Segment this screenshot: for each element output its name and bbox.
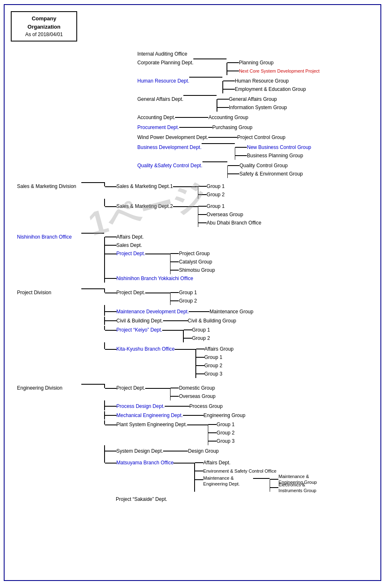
- vl-sm-space: [104, 199, 105, 202]
- procurement-dept-label: Procurement Dept.: [137, 123, 179, 132]
- hpk: [105, 330, 117, 331]
- employment-education-label: Employment & Education Group: [235, 85, 306, 93]
- hpkg1: [184, 329, 192, 330]
- engineering-division-section: Engineering Division Project Dept.: [17, 384, 374, 503]
- sm2-overseas-label: Overseas Group: [207, 210, 243, 219]
- vl-sm2g-top: [198, 206, 199, 210]
- hed4: [105, 451, 117, 451]
- maintenance-dev-label: Maintenance Development Dept.: [117, 307, 189, 316]
- sm-vconn2: [104, 202, 105, 206]
- engineering-division-label: Engineering Division: [17, 384, 81, 392]
- hkkg2: [196, 357, 205, 358]
- civil-hline: [163, 320, 188, 321]
- hed3: [105, 415, 117, 416]
- vl-sm2-top: [104, 202, 105, 206]
- sm-dept2-hline: [173, 206, 198, 207]
- pd-kk-block: Kita-Kyushu Branch Office Affairs Group: [104, 345, 253, 378]
- ed-spacer3: [104, 455, 328, 459]
- vl-edg-top: [170, 388, 171, 392]
- ni-hline: [81, 233, 104, 234]
- org-chart: Internal Auditing Office Corporate Plann…: [17, 50, 374, 503]
- proc-des-hline: [165, 406, 190, 407]
- hpsg1: [208, 424, 217, 425]
- hsm2g1: [198, 206, 207, 207]
- plant-inner: Plant System Engineering Dept. Group 1: [117, 420, 235, 445]
- civil-building-group-label: Civil & Building Group: [188, 317, 236, 325]
- plant-system-label: Plant System Engineering Dept.: [117, 420, 187, 429]
- sm2-g1-row: Group 1: [198, 202, 261, 210]
- ed-process-row: Process Design Dept. Process Group: [104, 402, 328, 410]
- hsmg1: [198, 186, 207, 187]
- electronics-instruments-label: Electronics & Instruments Group: [278, 482, 328, 493]
- sys-hline: [163, 451, 188, 451]
- hni3: [105, 254, 117, 254]
- row-procurement: Procurement Dept. Purchasing Group: [137, 123, 374, 132]
- hedg2: [171, 396, 179, 397]
- row-human-resource: Human Resource Dept. Human Resource Grou…: [137, 77, 374, 93]
- project-division-section: Project Division Project Dept.: [17, 288, 374, 378]
- hni1: [105, 237, 117, 237]
- kk-g1-row: Group 1: [195, 353, 234, 361]
- ni-affairs-label: Affairs Dept.: [117, 233, 144, 241]
- ps-g1-label: Group 1: [217, 420, 234, 429]
- internal-auditing-label: Internal Auditing Office: [137, 50, 188, 58]
- hpdg2: [171, 300, 179, 301]
- planning-group-row: Planning Group: [227, 59, 319, 67]
- bd-branch: New Business Control Group Business Plan…: [235, 143, 311, 160]
- vl-ed-top: [104, 384, 105, 388]
- mech-hline: [183, 415, 204, 416]
- plant-groups: Group 1 Group 2 Grou: [208, 420, 235, 445]
- pd-vconn: [104, 288, 105, 293]
- pd-div-row: Project Division Project Dept.: [17, 288, 374, 378]
- maintenance-group-label: Maintenance Group: [210, 307, 253, 316]
- hkk: [105, 349, 117, 350]
- pd-g1-row: Group 1: [170, 288, 197, 297]
- hmatmg2: [270, 487, 278, 488]
- nishinihon-branch-label: Nishinihon Branch Office: [17, 233, 81, 241]
- ed-project-dept-label: Project Dept.: [117, 384, 145, 392]
- h1: [227, 62, 239, 63]
- ga-hline: [183, 95, 217, 96]
- nishinihon-section: Nishinihon Branch Office Affairs Dept. S…: [17, 233, 374, 283]
- hpsg3: [208, 441, 217, 442]
- header-box: Company Organization As of 2018/04/01: [11, 11, 77, 41]
- safety-env-row: Safety & Environment Group: [227, 170, 303, 178]
- ni-proj-hline: [145, 254, 170, 254]
- ed-proj-groups: Domestic Group Overseas Group: [170, 384, 216, 400]
- ni-yokkaichi-row: Nishinihon Branch Yokkaichi Office: [104, 274, 215, 283]
- vl-mat-top: [104, 459, 105, 463]
- matsuyama-branch-label: Matsuyama Branch Office: [117, 459, 174, 467]
- sm-dept2-label: Sales & Marketing Dept.2: [117, 202, 173, 210]
- project-sakaide-label: Project “Sakaide” Dept.: [116, 495, 167, 503]
- sales-marketing-division-section: Sales & Marketing Division Sales & Marke…: [17, 182, 374, 227]
- mat-maint-inner: Maintenance & Engineering Dept. Maintena…: [203, 475, 329, 492]
- hh1: [223, 81, 235, 81]
- hr-branch: Human Resource Group Employment & Educat…: [222, 77, 306, 93]
- sales-marketing-div-label: Sales & Marketing Division: [17, 182, 81, 190]
- ed-matsuyama-block: Matsuyama Branch Office Affairs Dept.: [104, 459, 328, 492]
- vl-matg3: [194, 475, 195, 492]
- sm-dept1-label: Sales & Marketing Dept.1: [117, 182, 173, 190]
- project-keiyo-label: Project “Keiyo” Dept.: [117, 326, 163, 334]
- pd-hline: [81, 288, 104, 289]
- human-resource-dept-label: Human Resource Dept.: [137, 77, 189, 85]
- kita-kyushu-label: Kita-Kyushu Branch Office: [117, 345, 175, 353]
- vl-ed-s3: [104, 455, 105, 459]
- kk-g1-label: Group 1: [205, 353, 222, 361]
- ed-overseas-row: Overseas Group: [170, 392, 216, 400]
- project-control-label: Project Control Group: [237, 133, 285, 142]
- vl-psg-top: [208, 425, 209, 429]
- hni4: [105, 278, 117, 279]
- row-wind-power: Wind Power Development Dept. Project Con…: [137, 133, 374, 142]
- hsm-dept1: [105, 186, 117, 187]
- mat-maint-hline: [253, 478, 270, 479]
- pk-g2-row: Group 2: [183, 334, 210, 342]
- vl-ni3: [104, 249, 105, 274]
- engineering-group-label: Engineering Group: [204, 411, 246, 420]
- project-division-label: Project Division: [17, 288, 81, 297]
- acc-hline: [175, 117, 208, 118]
- vl-kkg-top: [195, 349, 196, 353]
- design-group-label: Design Group: [188, 447, 219, 455]
- kk-groups: Affairs Group Group 1: [195, 345, 234, 378]
- vl-matmg-top: [270, 479, 270, 483]
